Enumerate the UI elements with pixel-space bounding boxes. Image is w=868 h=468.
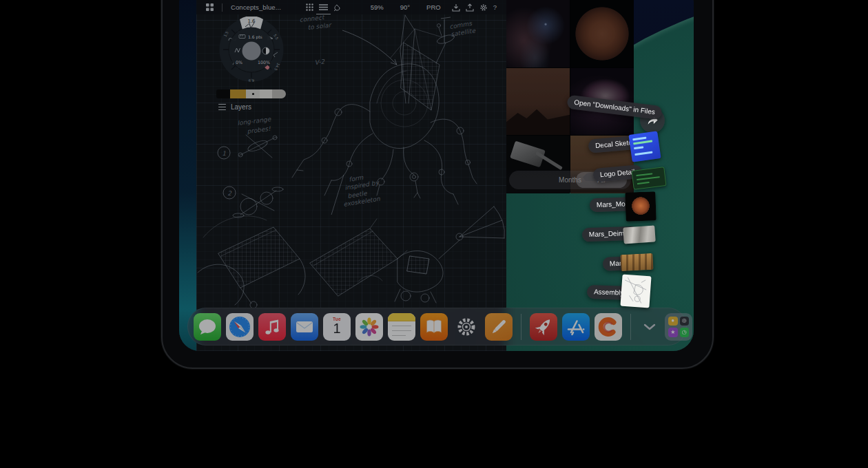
ipad-screen: connect to solar comms satellite V-2 lon… <box>179 0 694 351</box>
drag-thumb-decal-sketches[interactable] <box>628 131 661 162</box>
drag-layer: Open "Downloads" in Files Decal Sketches… <box>179 0 694 351</box>
ipad-device: connect to solar comms satellite V-2 lon… <box>161 0 714 369</box>
drag-thumb-logo-detail[interactable] <box>631 167 666 190</box>
drag-thumb-mars-deimos[interactable] <box>623 225 656 244</box>
drag-thumb-mars[interactable] <box>620 253 653 271</box>
screenshot-stage: connect to solar comms satellite V-2 lon… <box>0 0 868 468</box>
drag-thumb-assembly[interactable] <box>620 275 651 308</box>
drag-label-open-downloads[interactable]: Open "Downloads" in Files <box>566 95 663 120</box>
drag-thumb-mars-model[interactable] <box>625 191 656 222</box>
